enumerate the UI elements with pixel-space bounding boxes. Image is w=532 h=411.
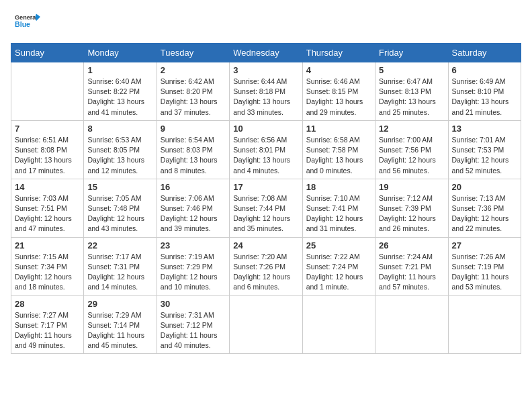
day-info-line: Sunset: 7:46 PM xyxy=(161,203,226,214)
week-row-0: 1Sunrise: 6:40 AMSunset: 8:22 PMDaylight… xyxy=(11,62,521,121)
day-info-line: Daylight: 12 hours and 31 minutes. xyxy=(306,214,371,234)
day-info-line: Sunset: 8:03 PM xyxy=(161,145,226,155)
calendar-cell: 5Sunrise: 6:47 AMSunset: 8:13 PMDaylight… xyxy=(375,62,448,121)
day-info: Sunrise: 6:47 AMSunset: 8:13 PMDaylight:… xyxy=(379,77,444,118)
day-info: Sunrise: 7:13 AMSunset: 7:36 PMDaylight:… xyxy=(452,193,517,234)
day-number: 19 xyxy=(379,182,444,192)
day-number: 20 xyxy=(452,182,517,192)
day-info-line: Daylight: 13 hours and 4 minutes. xyxy=(233,155,298,175)
day-info-line: Sunrise: 7:22 AM xyxy=(306,252,371,262)
day-info-line: Daylight: 12 hours and 6 minutes. xyxy=(233,272,298,292)
calendar-cell: 18Sunrise: 7:10 AMSunset: 7:41 PMDayligh… xyxy=(302,179,375,237)
day-info: Sunrise: 7:12 AMSunset: 7:39 PMDaylight:… xyxy=(379,193,444,234)
day-info-line: Sunrise: 6:56 AM xyxy=(233,135,298,145)
day-info-line: Daylight: 13 hours and 37 minutes. xyxy=(161,97,226,117)
calendar-cell: 30Sunrise: 7:31 AMSunset: 7:12 PMDayligh… xyxy=(157,295,229,354)
calendar-cell: 15Sunrise: 7:05 AMSunset: 7:48 PMDayligh… xyxy=(84,179,157,237)
day-info-line: Sunrise: 7:15 AM xyxy=(15,252,80,262)
day-info-line: Daylight: 13 hours and 33 minutes. xyxy=(233,97,298,117)
calendar-cell: 17Sunrise: 7:08 AMSunset: 7:44 PMDayligh… xyxy=(230,179,302,237)
day-info: Sunrise: 7:00 AMSunset: 7:56 PMDaylight:… xyxy=(379,135,444,176)
day-number: 2 xyxy=(161,65,226,75)
day-number: 11 xyxy=(306,124,371,134)
day-info-line: Daylight: 12 hours and 1 minute. xyxy=(306,272,371,292)
day-info-line: Daylight: 13 hours and 41 minutes. xyxy=(87,97,152,117)
day-number: 26 xyxy=(379,240,444,250)
calendar-cell: 29Sunrise: 7:29 AMSunset: 7:14 PMDayligh… xyxy=(84,295,157,354)
calendar-cell: 25Sunrise: 7:22 AMSunset: 7:24 PMDayligh… xyxy=(302,237,375,295)
day-info-line: Sunset: 8:15 PM xyxy=(306,87,371,97)
day-info-line: Sunrise: 7:05 AM xyxy=(87,193,152,203)
day-info: Sunrise: 7:01 AMSunset: 7:53 PMDaylight:… xyxy=(452,135,517,176)
day-info-line: Sunrise: 7:27 AM xyxy=(15,310,80,320)
calendar-cell: 22Sunrise: 7:17 AMSunset: 7:31 PMDayligh… xyxy=(84,237,157,295)
day-info: Sunrise: 7:26 AMSunset: 7:19 PMDaylight:… xyxy=(452,252,517,293)
day-info: Sunrise: 7:19 AMSunset: 7:29 PMDaylight:… xyxy=(161,252,226,293)
day-info-line: Sunset: 7:39 PM xyxy=(379,203,444,214)
calendar-cell: 14Sunrise: 7:03 AMSunset: 7:51 PMDayligh… xyxy=(11,179,84,237)
calendar-cell: 10Sunrise: 6:56 AMSunset: 8:01 PMDayligh… xyxy=(230,120,302,179)
day-info-line: Daylight: 12 hours and 43 minutes. xyxy=(87,214,152,234)
day-info-line: Daylight: 13 hours and 29 minutes. xyxy=(306,97,371,117)
calendar-cell: 2Sunrise: 6:42 AMSunset: 8:20 PMDaylight… xyxy=(157,62,229,121)
day-header-friday: Friday xyxy=(375,44,448,62)
day-info-line: Sunset: 7:51 PM xyxy=(15,203,80,214)
day-info-line: Sunrise: 6:42 AM xyxy=(161,77,226,87)
day-info-line: Daylight: 11 hours and 53 minutes. xyxy=(452,272,517,292)
day-info: Sunrise: 7:17 AMSunset: 7:31 PMDaylight:… xyxy=(87,252,152,293)
day-info-line: Sunset: 8:13 PM xyxy=(379,87,444,97)
day-info-line: Sunset: 7:17 PM xyxy=(15,320,80,330)
day-info-line: Daylight: 13 hours and 12 minutes. xyxy=(87,155,152,175)
day-number: 6 xyxy=(452,65,517,75)
day-info-line: Sunrise: 6:53 AM xyxy=(87,135,152,145)
day-number: 22 xyxy=(87,240,152,250)
day-number: 7 xyxy=(15,124,80,134)
calendar-cell: 13Sunrise: 7:01 AMSunset: 7:53 PMDayligh… xyxy=(448,120,521,179)
day-info: Sunrise: 6:44 AMSunset: 8:18 PMDaylight:… xyxy=(233,77,298,118)
day-info-line: Sunset: 7:21 PM xyxy=(379,262,444,272)
day-info-line: Sunrise: 7:01 AM xyxy=(452,135,517,145)
day-info-line: Sunset: 8:01 PM xyxy=(233,145,298,155)
calendar-cell: 20Sunrise: 7:13 AMSunset: 7:36 PMDayligh… xyxy=(448,179,521,237)
day-info: Sunrise: 7:10 AMSunset: 7:41 PMDaylight:… xyxy=(306,193,371,234)
day-info-line: Daylight: 12 hours and 22 minutes. xyxy=(452,214,517,234)
day-info: Sunrise: 7:27 AMSunset: 7:17 PMDaylight:… xyxy=(15,310,80,351)
day-info: Sunrise: 6:53 AMSunset: 8:05 PMDaylight:… xyxy=(87,135,152,176)
calendar-cell: 7Sunrise: 6:51 AMSunset: 8:08 PMDaylight… xyxy=(11,120,84,179)
day-number: 30 xyxy=(161,299,226,309)
calendar-cell: 16Sunrise: 7:06 AMSunset: 7:46 PMDayligh… xyxy=(157,179,229,237)
day-info-line: Sunrise: 6:47 AM xyxy=(379,77,444,87)
day-info-line: Daylight: 13 hours and 21 minutes. xyxy=(452,97,517,117)
day-info-line: Sunset: 7:48 PM xyxy=(87,203,152,214)
day-number: 1 xyxy=(87,65,152,75)
day-header-saturday: Saturday xyxy=(448,44,521,62)
day-number: 18 xyxy=(306,182,371,192)
calendar-cell: 26Sunrise: 7:24 AMSunset: 7:21 PMDayligh… xyxy=(375,237,448,295)
day-header-monday: Monday xyxy=(84,44,157,62)
day-info-line: Daylight: 12 hours and 26 minutes. xyxy=(379,214,444,234)
day-info-line: Sunset: 7:41 PM xyxy=(306,203,371,214)
day-info-line: Sunrise: 7:29 AM xyxy=(87,310,152,320)
day-info: Sunrise: 6:51 AMSunset: 8:08 PMDaylight:… xyxy=(15,135,80,176)
day-info: Sunrise: 6:42 AMSunset: 8:20 PMDaylight:… xyxy=(161,77,226,118)
day-info-line: Sunrise: 7:06 AM xyxy=(161,193,226,203)
day-info: Sunrise: 6:49 AMSunset: 8:10 PMDaylight:… xyxy=(452,77,517,118)
day-number: 5 xyxy=(379,65,444,75)
day-number: 15 xyxy=(87,182,152,192)
day-info-line: Sunset: 7:29 PM xyxy=(161,262,226,272)
day-info: Sunrise: 7:06 AMSunset: 7:46 PMDaylight:… xyxy=(161,193,226,234)
day-info-line: Sunrise: 6:44 AM xyxy=(233,77,298,87)
svg-marker-2 xyxy=(35,14,40,21)
day-info-line: Sunrise: 7:19 AM xyxy=(161,252,226,262)
week-row-2: 14Sunrise: 7:03 AMSunset: 7:51 PMDayligh… xyxy=(11,179,521,237)
calendar-cell: 1Sunrise: 6:40 AMSunset: 8:22 PMDaylight… xyxy=(84,62,157,121)
day-info-line: Sunrise: 7:24 AM xyxy=(379,252,444,262)
day-info-line: Sunrise: 7:03 AM xyxy=(15,193,80,203)
day-info-line: Sunset: 7:26 PM xyxy=(233,262,298,272)
day-info-line: Sunset: 7:14 PM xyxy=(87,320,152,330)
day-info-line: Sunrise: 7:13 AM xyxy=(452,193,517,203)
calendar-table: SundayMondayTuesdayWednesdayThursdayFrid… xyxy=(11,43,521,354)
day-info-line: Sunset: 7:19 PM xyxy=(452,262,517,272)
day-info: Sunrise: 7:15 AMSunset: 7:34 PMDaylight:… xyxy=(15,252,80,293)
week-row-3: 21Sunrise: 7:15 AMSunset: 7:34 PMDayligh… xyxy=(11,237,521,295)
